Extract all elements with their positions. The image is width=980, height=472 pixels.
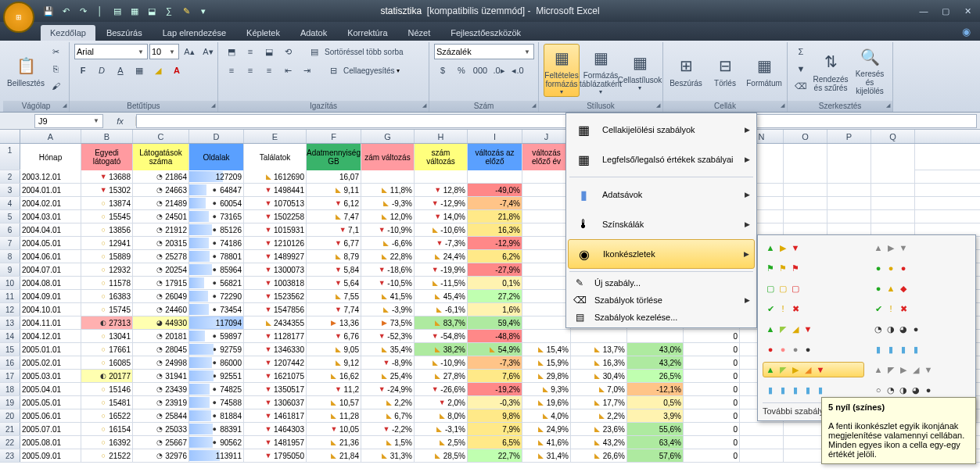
cf-top-bottom-rules[interactable]: ▦Legfelső/legalsó értékek szabályai▶	[568, 145, 755, 174]
cell[interactable]: ◣1,5%	[361, 436, 415, 449]
cell[interactable]: ○15146	[81, 383, 133, 395]
row-header[interactable]: 2	[0, 170, 20, 183]
cell[interactable]	[784, 197, 827, 209]
cell[interactable]: 2005.07.01	[20, 423, 81, 435]
number-format-input[interactable]	[436, 47, 522, 56]
cell[interactable]: ◣41,6%	[522, 436, 571, 449]
cell-styles-button[interactable]: ▦ Cellastílusok▾	[622, 44, 658, 97]
cf-clear-rules[interactable]: ⌫Szabályok törlése▶	[568, 291, 755, 309]
cell[interactable]: ▼12,8%	[415, 184, 468, 196]
cell[interactable]: ◣41,5%	[361, 290, 415, 302]
minimize-button[interactable]: —	[914, 4, 933, 18]
cell[interactable]	[871, 210, 915, 223]
comma-icon[interactable]: 000	[472, 63, 489, 78]
cell[interactable]: ○17661	[81, 343, 133, 356]
cell[interactable]: ▼6,77	[307, 237, 361, 249]
cell[interactable]: ▼6,12	[307, 197, 361, 209]
cell[interactable]: ●81884	[189, 409, 244, 422]
cell[interactable]	[522, 197, 571, 209]
cell[interactable]: 1,6%	[468, 303, 522, 316]
cell[interactable]: 0,5%	[627, 396, 684, 409]
cell[interactable]: -12,1%	[627, 383, 684, 395]
cell[interactable]: -7,4%	[468, 197, 522, 209]
iconset-option[interactable]: ▮▮▮▮	[871, 341, 972, 357]
cell[interactable]: ◣7,55	[307, 290, 361, 302]
header-cell[interactable]: Találatok	[244, 144, 307, 170]
cell[interactable]: ◔25667	[133, 436, 189, 449]
redo-icon[interactable]: ↷	[77, 5, 89, 17]
percent-icon[interactable]: %	[453, 63, 470, 78]
cell[interactable]: ◣9,11	[307, 184, 361, 196]
cell[interactable]: ●85964	[189, 263, 244, 276]
header-cell[interactable]: zám változás	[361, 144, 415, 170]
cell[interactable]: 59,4%	[468, 316, 522, 329]
cell[interactable]: ●73165	[189, 210, 244, 223]
tab-data[interactable]: Adatok	[291, 25, 336, 41]
cell[interactable]: ◣19,6%	[522, 396, 571, 409]
cell[interactable]: ◣-11,5%	[415, 277, 468, 289]
cell[interactable]: ▼1523562	[244, 290, 307, 302]
orientation-icon[interactable]: ⟲	[279, 44, 296, 59]
qat-icon-2[interactable]: ▦	[128, 5, 141, 17]
iconset-option[interactable]: ⚑⚑⚑	[763, 260, 864, 276]
formula-input[interactable]	[136, 114, 977, 128]
cell[interactable]: ◣2,2%	[571, 409, 627, 422]
cell[interactable]: ▼1464303	[244, 423, 307, 435]
cell[interactable]: 9,8%	[468, 409, 522, 422]
cell[interactable]: ◣-6,1%	[415, 303, 468, 316]
sort-filter-button[interactable]: ⇅Rendezés és szűrés	[813, 44, 849, 97]
cell[interactable]: 21,8%	[468, 210, 522, 223]
tab-formulas[interactable]: Képletek	[237, 25, 289, 41]
cell[interactable]: ◣31,4%	[522, 449, 571, 462]
row-header[interactable]: 22	[0, 436, 20, 449]
cell[interactable]: 16,3%	[468, 223, 522, 236]
cell[interactable]: ▼-52,3%	[361, 330, 415, 342]
cell[interactable]: ◣-6,6%	[361, 237, 415, 249]
cell[interactable]: 0	[684, 409, 740, 422]
cell[interactable]: ●59897	[189, 330, 244, 342]
iconset-option[interactable]: ▢▢▢	[763, 281, 864, 296]
row-header[interactable]: 6	[0, 223, 20, 236]
header-cell[interactable]: szám változás	[415, 144, 468, 170]
cell[interactable]: 2004.01.01	[20, 184, 81, 196]
cell[interactable]	[827, 210, 871, 223]
cell[interactable]: ●92759	[189, 343, 244, 356]
iconset-option[interactable]: ●▲◆	[871, 281, 972, 296]
cell[interactable]: ◣26,6%	[571, 449, 627, 462]
cell[interactable]: -27,9%	[468, 263, 522, 276]
cell[interactable]: 43,2%	[627, 356, 684, 369]
cell[interactable]	[522, 330, 571, 342]
cell[interactable]	[522, 303, 571, 316]
tab-review[interactable]: Korrektúra	[338, 25, 397, 41]
cell[interactable]: ○13874	[81, 197, 133, 209]
cell[interactable]: ◣38,2%	[415, 343, 468, 356]
cell[interactable]: ◣35,4%	[361, 343, 415, 356]
cell[interactable]: ▼15302	[81, 184, 133, 196]
iconset-option[interactable]: ▲▶▼	[871, 240, 972, 256]
cell[interactable]: ◣9,12	[307, 356, 361, 369]
cell[interactable]: ◣15,9%	[522, 356, 571, 369]
cell[interactable]: ◣7,0%	[571, 383, 627, 395]
cell[interactable]: 2005.08.01	[20, 436, 81, 449]
cell[interactable]: ◔24998	[133, 356, 189, 369]
qat-icon-3[interactable]: ⬓	[145, 5, 158, 17]
header-cell[interactable]	[784, 144, 827, 170]
cell[interactable]: ◣2,2%	[361, 396, 415, 409]
cell[interactable]: ●117094	[189, 316, 244, 329]
cell[interactable]: ◣21,36	[307, 436, 361, 449]
row-header[interactable]: 5	[0, 210, 20, 223]
cell[interactable]: 2005.01.01	[20, 343, 81, 356]
cell[interactable]: 2005.06.01	[20, 409, 81, 422]
cell[interactable]: ◔31941	[133, 370, 189, 382]
cell[interactable]: ○15889	[81, 250, 133, 263]
cell[interactable]: ▼1502258	[244, 210, 307, 223]
cell[interactable]: ●73454	[189, 303, 244, 316]
cell[interactable]: ▼-19,9%	[415, 263, 468, 276]
cell[interactable]: ◔23439	[133, 383, 189, 395]
header-cell[interactable]: változás előző év	[522, 144, 571, 170]
cell[interactable]	[522, 250, 571, 263]
cell[interactable]: ●72290	[189, 290, 244, 302]
cell[interactable]: ▼-54,8%	[415, 330, 468, 342]
row-header[interactable]: 11	[0, 290, 20, 302]
copy-icon[interactable]: ⎘	[47, 61, 64, 77]
